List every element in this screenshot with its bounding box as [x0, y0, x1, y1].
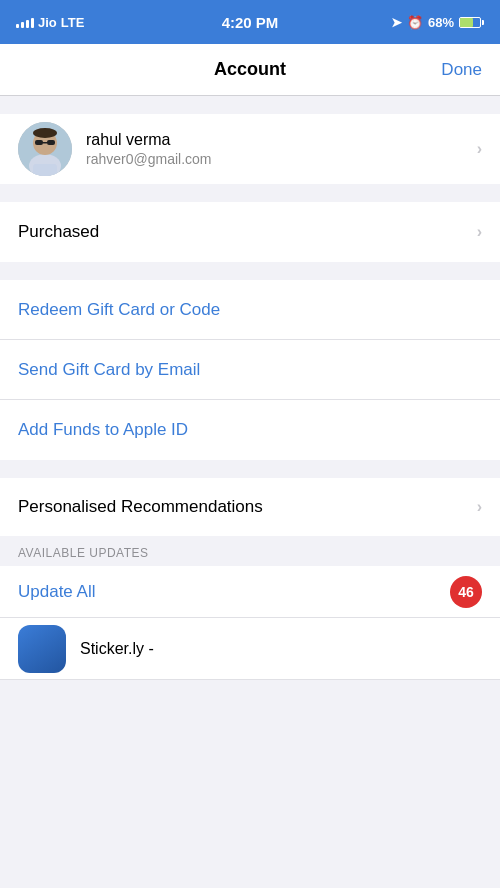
svg-point-6: [33, 128, 57, 138]
status-right: ➤ ⏰ 68%: [391, 15, 484, 30]
personalised-content: Personalised Recommendations: [18, 497, 477, 517]
personalised-section: Personalised Recommendations ›: [0, 478, 500, 536]
personalised-chevron-icon: ›: [477, 498, 482, 516]
purchased-row[interactable]: Purchased ›: [0, 202, 500, 262]
spacer-4: [0, 460, 500, 478]
status-left: Jio LTE: [16, 15, 84, 30]
carrier-label: Jio: [38, 15, 57, 30]
status-time: 4:20 PM: [222, 14, 279, 31]
personalised-label: Personalised Recommendations: [18, 497, 263, 517]
network-type-label: LTE: [61, 15, 85, 30]
svg-rect-7: [33, 164, 57, 176]
battery-percent-label: 68%: [428, 15, 454, 30]
spacer-3: [0, 262, 500, 280]
nav-bar: Account Done: [0, 44, 500, 96]
spacer-top: [0, 96, 500, 114]
gift-funds-section: Redeem Gift Card or Code Send Gift Card …: [0, 280, 500, 460]
user-email: rahver0@gmail.com: [86, 151, 211, 167]
stickerly-app-row[interactable]: Sticker.ly -: [0, 618, 500, 680]
redeem-gift-card-label: Redeem Gift Card or Code: [18, 300, 220, 320]
update-all-label: Update All: [18, 582, 450, 602]
content: rahul verma rahver0@gmail.com › Purchase…: [0, 96, 500, 680]
page-title: Account: [214, 59, 286, 80]
svg-rect-3: [35, 140, 43, 145]
app-info: Sticker.ly -: [80, 640, 482, 658]
stickerly-app-icon: [18, 625, 66, 673]
updates-badge: 46: [450, 576, 482, 608]
app-name: Sticker.ly -: [80, 640, 154, 657]
svg-rect-4: [47, 140, 55, 145]
redeem-gift-card-row[interactable]: Redeem Gift Card or Code: [0, 280, 500, 340]
svg-rect-5: [43, 142, 47, 144]
purchased-content: Purchased: [18, 222, 477, 242]
user-profile-row[interactable]: rahul verma rahver0@gmail.com ›: [0, 114, 500, 184]
chevron-icon: ›: [477, 140, 482, 158]
purchased-section: Purchased ›: [0, 202, 500, 262]
send-gift-card-row[interactable]: Send Gift Card by Email: [0, 340, 500, 400]
spacer-2: [0, 184, 500, 202]
purchased-chevron-icon: ›: [477, 223, 482, 241]
user-profile-section: rahul verma rahver0@gmail.com ›: [0, 114, 500, 184]
user-profile-content: rahul verma rahver0@gmail.com: [18, 122, 477, 176]
status-bar: Jio LTE 4:20 PM ➤ ⏰ 68%: [0, 0, 500, 44]
update-all-row[interactable]: Update All 46: [0, 566, 500, 618]
purchased-label: Purchased: [18, 222, 99, 242]
location-icon: ➤: [391, 15, 402, 30]
available-updates-header: AVAILABLE UPDATES: [0, 536, 500, 566]
battery-icon: [459, 17, 484, 28]
done-button[interactable]: Done: [441, 60, 482, 80]
add-funds-row[interactable]: Add Funds to Apple ID: [0, 400, 500, 460]
personalised-recommendations-row[interactable]: Personalised Recommendations ›: [0, 478, 500, 536]
alarm-icon: ⏰: [407, 15, 423, 30]
avatar: [18, 122, 72, 176]
add-funds-label: Add Funds to Apple ID: [18, 420, 188, 440]
user-name: rahul verma: [86, 131, 211, 149]
user-info: rahul verma rahver0@gmail.com: [86, 131, 211, 167]
send-gift-card-label: Send Gift Card by Email: [18, 360, 200, 380]
signal-icon: [16, 16, 34, 28]
